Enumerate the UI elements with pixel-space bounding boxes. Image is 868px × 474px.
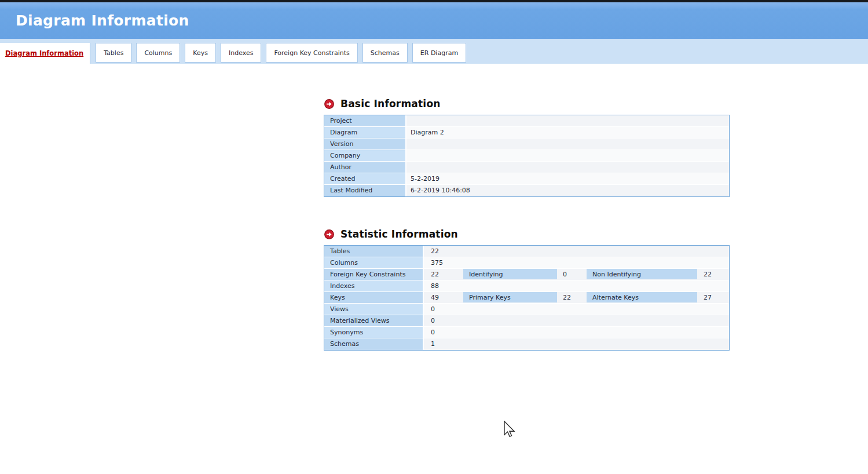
row-label-project: Project: [324, 115, 406, 127]
sub-value-identifying: 0: [557, 269, 587, 280]
stat-row-schemas: Schemas1: [324, 338, 729, 350]
row-detail-columns: [462, 257, 729, 269]
basic-information-table: ProjectDiagramDiagram 2VersionCompanyAut…: [324, 115, 730, 197]
row-label-company: Company: [324, 150, 406, 162]
row-label-keys: Keys: [324, 292, 424, 304]
basic-row-created: Created5-2-2019: [324, 173, 729, 185]
row-value-columns: 375: [424, 257, 462, 269]
tab-bar: Diagram InformationTablesColumnsKeysInde…: [0, 39, 868, 64]
stat-row-foreign-key-constraints: Foreign Key Constraints22Identifying0Non…: [324, 269, 729, 280]
tab-er-diagram[interactable]: ER Diagram: [412, 43, 466, 63]
row-value-diagram: Diagram 2: [406, 127, 729, 138]
row-detail-schemas: [462, 338, 729, 350]
row-value-materialized-views: 0: [424, 315, 462, 327]
row-value-company: [406, 150, 729, 162]
basic-information-header: Basic Information: [324, 98, 730, 110]
row-value-synonyms: 0: [424, 327, 462, 338]
sub-label-primary-keys: Primary Keys: [463, 292, 557, 302]
tab-keys[interactable]: Keys: [185, 43, 216, 63]
sub-value-alternate-keys: 27: [697, 292, 729, 303]
stat-row-keys: Keys49Primary Keys22Alternate Keys27: [324, 292, 729, 304]
row-label-schemas: Schemas: [324, 338, 424, 350]
basic-row-version: Version: [324, 138, 729, 150]
tab-foreign-key-constraints[interactable]: Foreign Key Constraints: [266, 43, 357, 63]
row-label-diagram: Diagram: [324, 127, 406, 138]
row-label-author: Author: [324, 162, 406, 173]
tab-indexes[interactable]: Indexes: [221, 43, 261, 63]
section-basic-information: Basic Information ProjectDiagramDiagram …: [324, 98, 730, 197]
sub-label-identifying: Identifying: [463, 269, 557, 279]
row-label-last-modified: Last Modified: [324, 185, 406, 196]
stat-row-tables: Tables22: [324, 246, 729, 257]
row-detail-indexes: [462, 280, 729, 292]
row-label-created: Created: [324, 173, 406, 185]
row-value-author: [406, 162, 729, 173]
row-value-project: [406, 115, 729, 127]
basic-row-last-modified: Last Modified6-2-2019 10:46:08: [324, 185, 729, 196]
row-label-materialized-views: Materialized Views: [324, 315, 424, 327]
tab-columns[interactable]: Columns: [136, 43, 180, 63]
basic-row-author: Author: [324, 162, 729, 173]
row-label-columns: Columns: [324, 257, 424, 269]
section-spacer: [324, 197, 730, 228]
row-detail-tables: [462, 246, 729, 257]
row-value-indexes: 88: [424, 280, 462, 292]
report-content: Basic Information ProjectDiagramDiagram …: [324, 64, 730, 351]
sub-label-alternate-keys: Alternate Keys: [587, 292, 697, 302]
row-value-views: 0: [424, 304, 462, 315]
sub-value-primary-keys: 22: [557, 292, 587, 303]
stat-row-columns: Columns375: [324, 257, 729, 269]
statistic-information-header: Statistic Information: [324, 228, 730, 240]
basic-row-project: Project: [324, 115, 729, 127]
section-statistic-information: Statistic Information Tables22Columns375…: [324, 228, 730, 351]
tab-tables[interactable]: Tables: [96, 43, 131, 63]
stat-row-indexes: Indexes88: [324, 280, 729, 292]
row-detail-views: [462, 304, 729, 315]
row-value-version: [406, 138, 729, 150]
statistic-information-table: Tables22Columns375Foreign Key Constraint…: [324, 245, 730, 351]
section-title-basic: Basic Information: [340, 98, 441, 110]
tab-schemas[interactable]: Schemas: [362, 43, 408, 63]
row-label-views: Views: [324, 304, 424, 315]
basic-row-diagram: DiagramDiagram 2: [324, 127, 729, 138]
mouse-cursor: [503, 421, 518, 443]
page-header: Diagram Information: [0, 2, 868, 39]
row-label-indexes: Indexes: [324, 280, 424, 292]
row-label-foreign-key-constraints: Foreign Key Constraints: [324, 269, 424, 280]
sub-label-non-identifying: Non Identifying: [587, 269, 697, 279]
row-label-tables: Tables: [324, 246, 424, 257]
sub-value-non-identifying: 22: [697, 269, 729, 280]
row-value-created: 5-2-2019: [406, 173, 729, 185]
stat-row-views: Views0: [324, 304, 729, 315]
row-detail-synonyms: [462, 327, 729, 338]
section-title-statistic: Statistic Information: [340, 228, 458, 240]
row-value-foreign-key-constraints: 22: [424, 269, 462, 280]
row-label-version: Version: [324, 138, 406, 150]
page-title: Diagram Information: [0, 12, 189, 29]
row-value-schemas: 1: [424, 338, 462, 350]
row-detail-materialized-views: [462, 315, 729, 327]
tab-diagram-information[interactable]: Diagram Information: [0, 43, 90, 64]
red-arrow-icon: [324, 99, 334, 109]
row-value-last-modified: 6-2-2019 10:46:08: [406, 185, 729, 196]
row-value-keys: 49: [424, 292, 462, 304]
row-detail-keys: Primary Keys22Alternate Keys27: [462, 292, 729, 304]
red-arrow-icon: [324, 229, 334, 239]
row-label-synonyms: Synonyms: [324, 327, 424, 338]
stat-row-materialized-views: Materialized Views0: [324, 315, 729, 327]
basic-row-company: Company: [324, 150, 729, 162]
stat-row-synonyms: Synonyms0: [324, 327, 729, 338]
row-detail-foreign-key-constraints: Identifying0Non Identifying22: [462, 269, 729, 280]
row-value-tables: 22: [424, 246, 462, 257]
